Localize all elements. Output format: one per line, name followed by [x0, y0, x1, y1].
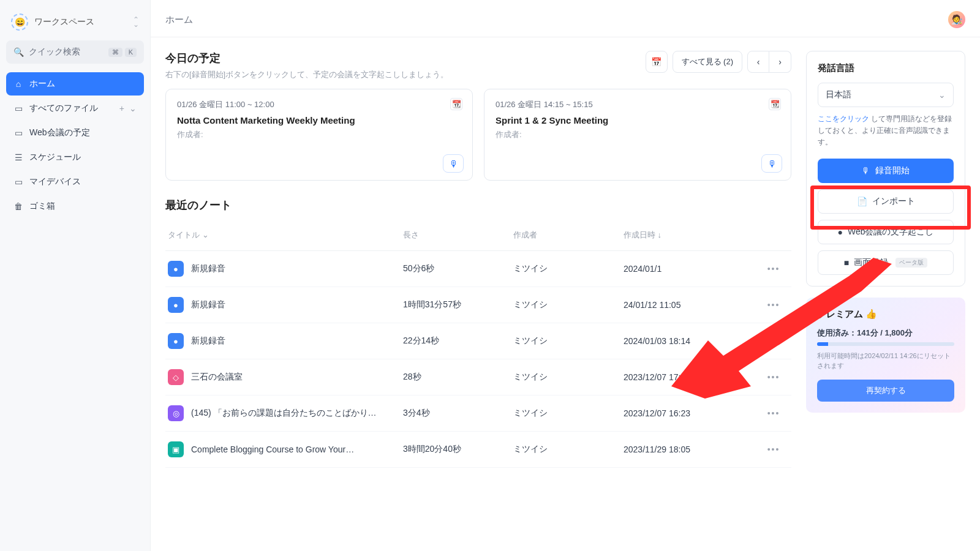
table-row[interactable]: ●新規録音22分14秒ミツイシ2024/01/03 18:14•••	[165, 323, 791, 359]
sidebar-item-label: スケジュール	[29, 152, 81, 163]
prev-button[interactable]: ‹	[747, 51, 769, 73]
notes-header-row: タイトル ⌄ 長さ 作成者 作成日時	[165, 220, 791, 251]
meeting-card[interactable]: 📆 01/26 金曜日 14:15 ~ 15:15 Sprint 1 & 2 S…	[484, 89, 791, 181]
note-length: 3分4秒	[403, 408, 513, 419]
table-row[interactable]: ◎(145) 「お前らの課題は自分たちのことばかり…3分4秒ミツイシ2023/1…	[165, 395, 791, 432]
meeting-author: 作成者:	[177, 129, 461, 140]
sidebar-item-label: マイデバイス	[29, 176, 81, 187]
col-created[interactable]: 作成日時	[624, 230, 758, 241]
meeting-datetime: 01/26 金曜日 11:00 ~ 12:00	[177, 99, 461, 110]
note-title: 新規録音	[191, 299, 225, 310]
col-title[interactable]: タイトル ⌄	[168, 230, 403, 241]
sidebar-item-my-device[interactable]: ▭ マイデバイス	[6, 170, 144, 193]
folder-actions: + ⌄	[119, 103, 137, 113]
view-all-button[interactable]: すべて見る (2)	[673, 51, 743, 73]
language-select[interactable]: 日本語 ⌄	[818, 83, 954, 107]
import-button[interactable]: 📄インポート	[818, 189, 954, 214]
more-button[interactable]: •••	[758, 336, 789, 346]
topbar: ホーム 🧑‍🎨	[151, 0, 980, 37]
note-title: 新規録音	[191, 263, 225, 274]
device-icon: ▭	[13, 177, 23, 187]
table-row[interactable]: ◇三石の会議室28秒ミツイシ2023/12/07 17:59•••	[165, 359, 791, 395]
chevron-down-icon: ⌄	[202, 230, 209, 239]
calendar-button[interactable]: 📅	[646, 51, 668, 73]
sidebar-item-label: すべてのファイル	[29, 103, 98, 114]
note-author: ミツイシ	[513, 299, 624, 310]
note-created: 2024/01/03 18:14	[624, 336, 758, 346]
workspace-switcher[interactable]: 😄 ワークスペース ⌃⌄	[6, 9, 144, 36]
usage-bar	[817, 342, 954, 346]
workspace-label: ワークスペース	[34, 17, 94, 28]
note-type-icon: ◎	[168, 405, 184, 421]
schedule-icon: ☰	[13, 152, 23, 162]
note-created: 24/01/12 11:05	[624, 300, 758, 310]
renew-button[interactable]: 再契約する	[817, 380, 954, 402]
search-input[interactable]: 🔍 クイック検索 ⌘K	[6, 40, 144, 64]
note-type-icon: ●	[168, 333, 184, 349]
sidebar-item-home[interactable]: ⌂ ホーム	[6, 72, 144, 96]
trash-icon: 🗑	[13, 201, 23, 211]
notes-title: 最近のノート	[165, 198, 791, 212]
note-author: ミツイシ	[513, 372, 624, 383]
search-shortcut: ⌘K	[108, 48, 137, 57]
reset-text: 利用可能時間は2024/02/11 14:26にリセットされます	[817, 351, 954, 371]
gcal-icon: 📆	[450, 98, 462, 110]
note-author: ミツイシ	[513, 263, 624, 274]
language-value: 日本語	[826, 89, 851, 100]
record-start-button[interactable]: 🎙録音開始	[818, 159, 954, 183]
note-created: 2023/11/29 18:05	[624, 444, 758, 454]
content: 今日の予定 右下の[録音開始]ボタンをクリックして、予定の会議を文字起こししまし…	[151, 37, 980, 551]
sidebar-item-all-files[interactable]: ▭ すべてのファイル + ⌄	[6, 97, 144, 120]
schedule-title: 今日の予定	[165, 51, 448, 66]
table-row[interactable]: ●新規録音50分6秒ミツイシ2024/01/1•••	[165, 251, 791, 287]
home-icon: ⌂	[13, 79, 23, 89]
col-length[interactable]: 長さ	[403, 230, 513, 241]
record-meeting-button[interactable]: 🎙	[443, 154, 464, 173]
schedule-header: 今日の予定 右下の[録音開始]ボタンをクリックして、予定の会議を文字起こししまし…	[165, 51, 791, 80]
sidebar-item-label: ゴミ箱	[29, 201, 55, 212]
transcribe-icon: ●	[837, 227, 842, 237]
language-title: 発話言語	[818, 62, 954, 74]
more-button[interactable]: •••	[758, 264, 789, 274]
note-length: 22分14秒	[403, 335, 513, 347]
note-title: Complete Blogging Course to Grow Your…	[191, 444, 354, 454]
plus-icon[interactable]: +	[119, 103, 124, 113]
next-button[interactable]: ›	[769, 51, 791, 73]
sidebar-item-web-meetings[interactable]: ▭ Web会議の予定	[6, 121, 144, 144]
sidebar-item-trash[interactable]: 🗑 ゴミ箱	[6, 195, 144, 218]
note-author: ミツイシ	[513, 444, 624, 455]
record-meeting-button[interactable]: 🎙	[761, 154, 782, 173]
col-author[interactable]: 作成者	[513, 230, 624, 241]
more-button[interactable]: •••	[758, 408, 789, 418]
note-type-icon: ▣	[168, 441, 184, 457]
sidebar-item-schedule[interactable]: ☰ スケジュール	[6, 146, 144, 169]
workspace-avatar-icon: 😄	[11, 13, 28, 31]
more-button[interactable]: •••	[758, 300, 789, 310]
note-created: 2024/01/1	[624, 264, 758, 274]
avatar[interactable]: 🧑‍🎨	[948, 11, 965, 28]
meeting-title: Sprint 1 & 2 Sync Meeting	[496, 115, 780, 126]
more-button[interactable]: •••	[758, 372, 789, 382]
gcal-icon: 📆	[769, 98, 781, 110]
right-panel: 発話言語 日本語 ⌄ ここをクリック して専門用語などを登録しておくと、より正確…	[806, 51, 965, 538]
note-type-icon: ◇	[168, 369, 184, 385]
chevron-down-icon[interactable]: ⌄	[129, 103, 137, 113]
chevron-down-icon: ⌄	[938, 90, 946, 100]
calendar-icon: ▭	[13, 128, 23, 138]
premium-panel: プレミアム 👍 使用済み：141分 / 1,800分 利用可能時間は2024/0…	[806, 298, 965, 413]
vocab-link[interactable]: ここをクリック	[818, 114, 869, 123]
note-title: (145) 「お前らの課題は自分たちのことばかり…	[191, 408, 377, 419]
meeting-cards: 📆 01/26 金曜日 11:00 ~ 12:00 Notta Content …	[165, 89, 791, 181]
more-button[interactable]: •••	[758, 444, 789, 454]
screen-record-button[interactable]: ■画面収録 ベータ版	[818, 250, 954, 275]
table-row[interactable]: ▣Complete Blogging Course to Grow Your…3…	[165, 432, 791, 468]
page-title: ホーム	[165, 14, 193, 26]
table-row[interactable]: ●新規録音1時間31分57秒ミツイシ24/01/12 11:05•••	[165, 287, 791, 323]
sidebar: 😄 ワークスペース ⌃⌄ 🔍 クイック検索 ⌘K ⌂ ホーム ▭ すべてのファイ…	[0, 0, 151, 551]
note-length: 28秒	[403, 372, 513, 383]
transcribe-meeting-button[interactable]: ●Web会議の文字起こし	[818, 220, 954, 244]
sidebar-item-label: ホーム	[29, 78, 55, 89]
nav: ⌂ ホーム ▭ すべてのファイル + ⌄ ▭ Web会議の予定 ☰ スケジュール…	[6, 72, 144, 218]
note-length: 1時間31分57秒	[403, 299, 513, 310]
meeting-card[interactable]: 📆 01/26 金曜日 11:00 ~ 12:00 Notta Content …	[165, 89, 473, 181]
